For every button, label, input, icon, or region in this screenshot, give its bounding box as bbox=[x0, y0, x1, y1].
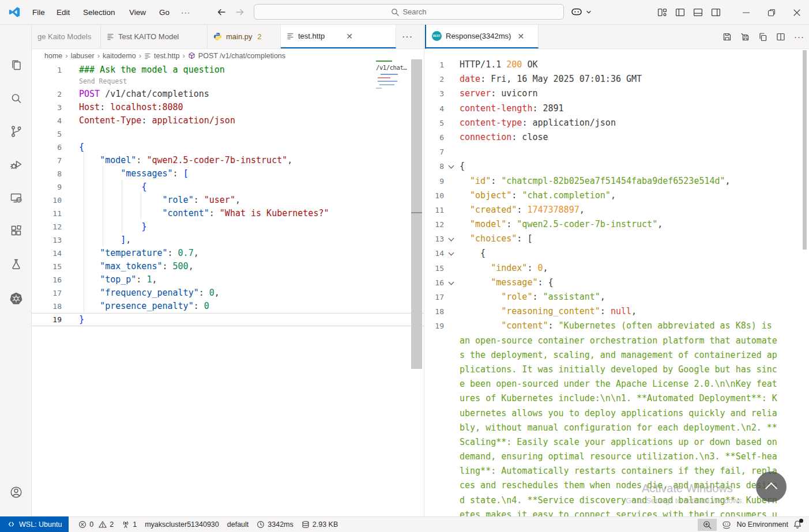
code-line[interactable]: 12 "model": "qwen2.5-coder-7b-instruct", bbox=[425, 217, 809, 232]
menu-view[interactable]: View bbox=[122, 0, 153, 25]
remote-indicator[interactable]: WSL: Ubuntu bbox=[0, 516, 69, 532]
response-size-indicator[interactable]: 2.93 KB bbox=[298, 520, 342, 529]
save-response-icon[interactable] bbox=[723, 32, 732, 41]
minimap[interactable]: /v1/chat… bbox=[376, 60, 411, 106]
test-beaker-icon[interactable] bbox=[9, 256, 24, 271]
code-line[interactable]: 10 "object": "chat.completion", bbox=[425, 188, 809, 203]
save-response-body-icon[interactable] bbox=[740, 32, 750, 41]
response-time-indicator[interactable]: 3342ms bbox=[253, 520, 297, 529]
code-line[interactable]: 19} bbox=[32, 313, 424, 326]
wrapped-line[interactable]: s the deployment, scaling, and managemen… bbox=[425, 348, 809, 363]
search-input[interactable]: Search bbox=[254, 4, 564, 20]
code-line[interactable]: 9 { bbox=[32, 180, 424, 194]
response-editor[interactable]: 1HTTP/1.1 200 OK2date: Fri, 16 May 2025 … bbox=[425, 49, 809, 516]
code-line[interactable]: 4Content-Type: application/json bbox=[32, 114, 424, 127]
code-line[interactable]: 3Host: localhost:8080 bbox=[32, 101, 424, 114]
code-line[interactable]: 11 "content": "What is Kubernetes?" bbox=[32, 207, 424, 220]
copy-response-icon[interactable] bbox=[758, 32, 767, 41]
split-editor-icon[interactable] bbox=[776, 32, 785, 41]
breadcrumb-item-labuser[interactable]: labuser bbox=[71, 52, 95, 60]
explorer-icon[interactable] bbox=[9, 58, 24, 73]
accounts-icon[interactable] bbox=[9, 485, 24, 500]
toggle-secondary-sidebar-icon[interactable] bbox=[711, 7, 721, 17]
tab-response[interactable]: REST Response(3342ms) ✕ bbox=[426, 25, 539, 48]
close-window-button[interactable] bbox=[784, 0, 809, 25]
wrapped-line[interactable]: d state.\n4. **Service discovery and loa… bbox=[425, 493, 809, 508]
zoom-status-button[interactable] bbox=[698, 519, 717, 531]
close-tab-icon[interactable]: ✕ bbox=[517, 32, 524, 41]
toggle-panel-icon[interactable] bbox=[693, 7, 703, 17]
code-line[interactable]: 1### Ask the model a question bbox=[32, 63, 424, 77]
code-line[interactable]: 7 "model": "qwen2.5-coder-7b-instruct", bbox=[32, 154, 424, 167]
run-debug-icon[interactable] bbox=[9, 157, 24, 172]
code-line[interactable]: 3server: uvicorn bbox=[425, 86, 809, 101]
close-tab-icon[interactable]: ✕ bbox=[346, 32, 353, 41]
menu-file[interactable]: File bbox=[25, 0, 52, 25]
code-line[interactable]: 19 "content": "Kubernetes (often abbrevi… bbox=[425, 319, 809, 333]
wrapped-line[interactable]: etes makes it easy to connect services w… bbox=[425, 508, 809, 516]
request-editor[interactable]: 1### Ask the model a questionSend Reques… bbox=[32, 62, 424, 516]
tab-overflow-button[interactable]: ··· bbox=[402, 25, 413, 48]
code-line[interactable]: 13 ], bbox=[32, 233, 424, 247]
kubernetes-cluster-indicator[interactable]: myakscluster51340930 bbox=[141, 520, 223, 529]
tab-test-kaito-model[interactable]: Test KAITO Model bbox=[101, 25, 208, 48]
wrapped-line[interactable]: bly, without manual configuration for ea… bbox=[425, 421, 809, 435]
menu-edit[interactable]: Edit bbox=[50, 0, 77, 25]
ports-indicator[interactable]: 1 bbox=[118, 520, 141, 529]
code-line[interactable]: 17 "role": "assistant", bbox=[425, 290, 809, 304]
wrapped-line[interactable]: e been open-sourced under the Apache Lic… bbox=[425, 377, 809, 391]
wrapped-line[interactable]: ures of Kubernetes include:\n\n1. **Auto… bbox=[425, 391, 809, 406]
copilot-status-icon[interactable] bbox=[721, 519, 732, 530]
extensions-icon[interactable] bbox=[9, 223, 24, 238]
fold-chevron-icon[interactable] bbox=[444, 159, 460, 173]
code-line[interactable]: 9 "id": "chatcmpl-82b025ea7f51454faba9de… bbox=[425, 174, 809, 188]
code-line[interactable]: 16 "top_p": 1, bbox=[32, 273, 424, 286]
wrapped-line[interactable]: ubernetes allows you to deploy applicati… bbox=[425, 406, 809, 421]
code-line[interactable]: 17 "frequency_penalty": 0, bbox=[32, 286, 424, 300]
code-line[interactable]: 8 "messages": [ bbox=[32, 167, 424, 180]
fold-chevron-icon[interactable] bbox=[444, 246, 460, 261]
code-line[interactable]: 7 bbox=[425, 145, 809, 159]
breadcrumb-item-request[interactable]: POST /v1/chat/completions bbox=[198, 52, 285, 60]
code-line[interactable]: 15 "index": 0, bbox=[425, 261, 809, 276]
code-line[interactable]: 14 "temperature": 0.7, bbox=[32, 247, 424, 260]
breadcrumb-item-file[interactable]: test.http bbox=[154, 52, 179, 60]
code-line[interactable]: 16 "message": { bbox=[425, 276, 809, 290]
menu-more[interactable]: ··· bbox=[174, 0, 198, 25]
code-line[interactable]: 18 "presence_penalty": 0 bbox=[32, 300, 424, 313]
notifications-bell-icon[interactable] bbox=[793, 520, 802, 529]
editor-more-actions[interactable]: ··· bbox=[794, 32, 804, 41]
kubernetes-icon[interactable] bbox=[9, 291, 24, 306]
toggle-primary-sidebar-icon[interactable] bbox=[675, 7, 685, 17]
code-line[interactable]: 6{ bbox=[32, 141, 424, 154]
code-line[interactable]: 5 bbox=[32, 127, 424, 141]
code-line[interactable]: 8{ bbox=[425, 159, 809, 173]
right-editor-scrollbar[interactable] bbox=[803, 50, 807, 250]
remote-explorer-icon[interactable] bbox=[9, 190, 24, 205]
code-line[interactable]: 14 { bbox=[425, 246, 809, 261]
python-environment-indicator[interactable]: No Environment bbox=[736, 520, 788, 529]
code-line[interactable]: 18 "reasoning_content": null, bbox=[425, 304, 809, 319]
kubernetes-namespace-indicator[interactable]: default bbox=[223, 520, 253, 529]
wrapped-line[interactable]: demand, ensuring optimal resource utiliz… bbox=[425, 450, 809, 464]
minimize-button[interactable] bbox=[733, 0, 759, 25]
wrapped-line[interactable]: an open-source container orchestration p… bbox=[425, 334, 809, 348]
breadcrumb-item-kaitodemo[interactable]: kaitodemo bbox=[103, 52, 136, 60]
wrapped-line[interactable]: plications. It was initially developed b… bbox=[425, 363, 809, 377]
code-line[interactable]: 1HTTP/1.1 200 OK bbox=[425, 58, 809, 72]
code-line[interactable]: 2date: Fri, 16 May 2025 07:01:36 GMT bbox=[425, 72, 809, 86]
tab-main-py[interactable]: main.py 2 bbox=[208, 25, 281, 48]
menu-selection[interactable]: Selection bbox=[76, 0, 122, 25]
fold-chevron-icon[interactable] bbox=[444, 232, 460, 246]
code-line[interactable]: 12 } bbox=[32, 220, 424, 233]
menu-go[interactable]: Go bbox=[152, 0, 176, 25]
codelens-send-request[interactable]: Send Request bbox=[32, 77, 424, 88]
scroll-to-top-button[interactable] bbox=[756, 471, 787, 502]
customize-layout-icon[interactable] bbox=[657, 7, 667, 17]
code-line[interactable]: 4content-length: 2891 bbox=[425, 101, 809, 116]
back-arrow-icon[interactable] bbox=[216, 6, 227, 18]
wrapped-line[interactable]: ling**: Automatically restarts container… bbox=[425, 464, 809, 478]
breadcrumb-item-home[interactable]: home bbox=[44, 52, 62, 60]
copilot-menu-button[interactable] bbox=[570, 5, 592, 19]
wrapped-line[interactable]: Scaling**: Easily scale your application… bbox=[425, 435, 809, 450]
